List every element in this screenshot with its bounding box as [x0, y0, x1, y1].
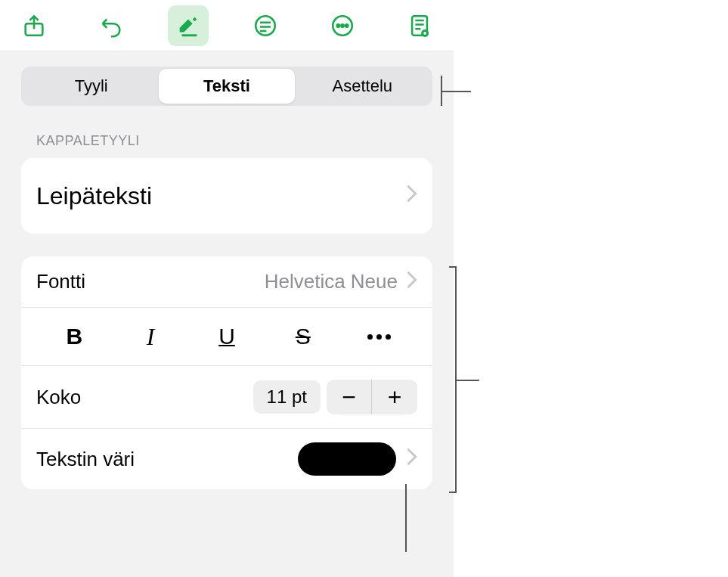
size-label: Koko: [36, 386, 81, 409]
font-label: Fontti: [36, 270, 85, 293]
share-button[interactable]: [14, 5, 54, 46]
paragraph-style-value: Leipäteksti: [36, 182, 152, 210]
font-value: Helvetica Neue: [265, 270, 398, 293]
format-panel: Tyyli Teksti Asettelu Kappaletyyli Leipä…: [0, 0, 454, 577]
style-buttons-row: B I U S: [21, 308, 432, 366]
svg-point-4: [341, 24, 343, 26]
strikethrough-button[interactable]: S: [265, 321, 341, 352]
more-styles-button[interactable]: [341, 321, 417, 352]
insert-button[interactable]: [245, 5, 286, 46]
underline-button[interactable]: U: [189, 321, 265, 352]
size-increase-button[interactable]: +: [372, 380, 417, 414]
panel-content: Tyyli Teksti Asettelu Kappaletyyli Leipä…: [0, 51, 454, 577]
callout-line: [457, 380, 479, 381]
callout-line: [441, 91, 471, 92]
italic-button[interactable]: I: [113, 321, 189, 352]
chevron-right-icon: [407, 448, 417, 470]
format-button[interactable]: [168, 5, 209, 46]
more-button[interactable]: [322, 5, 363, 46]
paragraph-style-card: Leipäteksti: [21, 158, 432, 234]
paragraph-style-row[interactable]: Leipäteksti: [21, 158, 432, 234]
text-color-label: Tekstin väri: [36, 448, 135, 471]
tab-text[interactable]: Teksti: [159, 69, 294, 104]
size-decrease-button[interactable]: −: [327, 380, 372, 414]
size-value-button[interactable]: 11 pt: [253, 380, 321, 414]
document-button[interactable]: [399, 5, 440, 46]
text-color-row[interactable]: Tekstin väri: [21, 429, 432, 489]
undo-button[interactable]: [91, 5, 132, 46]
svg-point-5: [345, 24, 348, 26]
svg-point-3: [337, 24, 339, 26]
bold-button[interactable]: B: [36, 321, 113, 352]
tab-style[interactable]: Tyyli: [23, 69, 159, 104]
font-row[interactable]: Fontti Helvetica Neue: [21, 256, 432, 308]
size-stepper: − +: [327, 380, 417, 414]
ellipsis-icon: [367, 334, 391, 340]
toolbar: [0, 0, 454, 51]
tab-layout[interactable]: Asettelu: [295, 69, 430, 104]
callout-line: [405, 484, 407, 552]
size-row: Koko 11 pt − +: [21, 366, 432, 429]
paragraph-style-header: Kappaletyyli: [21, 133, 432, 149]
chevron-right-icon: [407, 271, 417, 293]
svg-point-8: [423, 32, 426, 35]
color-swatch[interactable]: [298, 442, 396, 476]
callout-bracket: [449, 266, 457, 493]
svg-point-1: [256, 16, 275, 36]
tabs-segmented: Tyyli Teksti Asettelu: [21, 67, 432, 106]
font-card: Fontti Helvetica Neue B I U S: [21, 256, 432, 489]
chevron-right-icon: [407, 185, 417, 207]
